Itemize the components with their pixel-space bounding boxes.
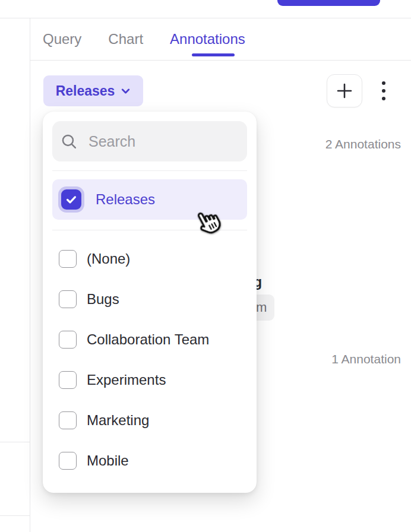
active-tab-indicator [192, 53, 235, 56]
option-label: Releases [96, 191, 155, 208]
chip-label: m [256, 300, 267, 315]
option-mobile[interactable]: Mobile [43, 441, 257, 481]
checkbox-unchecked-icon[interactable] [59, 331, 77, 349]
plus-icon [336, 82, 353, 100]
add-annotation-button[interactable] [327, 74, 362, 107]
option-releases[interactable]: Releases [52, 179, 247, 220]
checkbox-unchecked-icon[interactable] [59, 452, 77, 470]
option-none[interactable]: (None) [43, 239, 257, 279]
chevron-down-icon [121, 86, 131, 96]
option-label: Mobile [87, 452, 129, 469]
option-label: Collaboration Team [87, 331, 209, 348]
left-panel-row-divider [0, 515, 30, 516]
search-icon [61, 133, 78, 150]
option-label: (None) [87, 251, 130, 267]
checkbox-unchecked-icon[interactable] [59, 411, 77, 429]
dropdown-divider [52, 230, 247, 230]
option-label: Marketing [87, 412, 149, 429]
checkbox-checked-icon[interactable] [61, 189, 81, 210]
primary-action-button[interactable] [277, 0, 380, 6]
filter-label: Releases [56, 83, 115, 99]
option-label: Bugs [87, 291, 119, 308]
dropdown-divider [52, 170, 247, 171]
releases-filter-dropdown-panel: Releases (None) Bugs Collaboration Team … [43, 112, 257, 493]
dropdown-option-list: (None) Bugs Collaboration Team Experimen… [43, 239, 257, 481]
checkbox-unchecked-icon[interactable] [59, 371, 77, 389]
option-bugs[interactable]: Bugs [43, 279, 257, 319]
sidebar-border [30, 18, 30, 532]
annotation-group-count: 2 Annotations [325, 137, 401, 151]
option-label: Experiments [87, 372, 166, 388]
tab-query[interactable]: Query [43, 31, 81, 48]
tab-chart[interactable]: Chart [108, 31, 143, 48]
option-experiments[interactable]: Experiments [43, 360, 257, 400]
releases-filter-dropdown-button[interactable]: Releases [43, 75, 143, 106]
left-panel-row-divider [0, 442, 30, 442]
search-input[interactable] [88, 133, 239, 150]
dropdown-search-box [52, 121, 247, 162]
option-collaboration-team[interactable]: Collaboration Team [43, 319, 257, 360]
option-marketing[interactable]: Marketing [43, 400, 257, 441]
checkbox-unchecked-icon[interactable] [59, 290, 77, 308]
tab-annotations[interactable]: Annotations [170, 31, 245, 48]
checkbox-unchecked-icon[interactable] [59, 250, 77, 268]
more-options-icon[interactable] [375, 76, 392, 106]
tabbar-divider [30, 60, 411, 61]
annotation-group-count: 1 Annotation [331, 352, 401, 366]
